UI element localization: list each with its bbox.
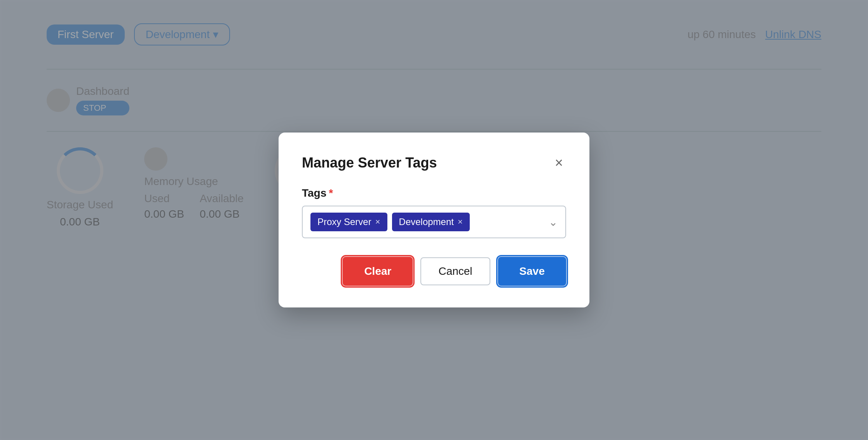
clear-button[interactable]: Clear [343, 257, 413, 286]
tags-dropdown-arrow[interactable]: ⌄ [549, 216, 558, 229]
required-star: * [329, 187, 333, 199]
remove-development-tag[interactable]: × [458, 218, 463, 226]
tag-chip-development: Development × [392, 213, 470, 231]
modal-wrapper: Manage Server Tags × Tags * Proxy Server… [0, 0, 868, 440]
tags-field-label: Tags * [302, 187, 566, 199]
tag-chip-proxy-server: Proxy Server × [310, 213, 387, 231]
modal-header: Manage Server Tags × [302, 154, 566, 171]
tags-field: Tags * Proxy Server × Development × ⌄ [302, 187, 566, 238]
save-button[interactable]: Save [498, 257, 566, 286]
tags-input-container[interactable]: Proxy Server × Development × ⌄ [302, 206, 566, 238]
tag-chip-development-label: Development [399, 217, 454, 227]
modal-actions: Clear Cancel Save [302, 257, 566, 286]
modal-title: Manage Server Tags [302, 155, 437, 171]
close-modal-button[interactable]: × [552, 154, 566, 171]
tag-chip-proxy-server-label: Proxy Server [317, 217, 371, 227]
remove-proxy-server-tag[interactable]: × [375, 218, 380, 226]
manage-server-tags-modal: Manage Server Tags × Tags * Proxy Server… [279, 133, 589, 307]
tags-label-text: Tags [302, 187, 326, 199]
cancel-button[interactable]: Cancel [420, 257, 490, 285]
